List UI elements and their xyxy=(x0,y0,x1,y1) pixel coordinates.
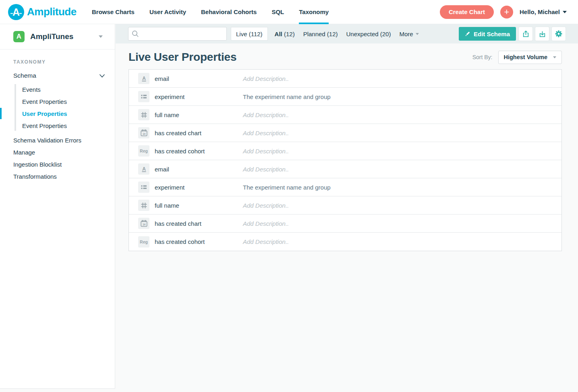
title-row: Live User Properties Sort By: Highest Vo… xyxy=(128,49,562,65)
tab-count: (20) xyxy=(379,31,391,37)
property-description[interactable]: The experiment name and group xyxy=(243,184,331,191)
property-name: full name xyxy=(155,202,243,209)
svg-text:Reg: Reg xyxy=(140,149,148,153)
export-button[interactable] xyxy=(519,27,532,41)
sidebar-section-label: TAXONOMY xyxy=(13,59,115,65)
edit-schema-button[interactable]: Edit Schema xyxy=(459,27,516,41)
amplitude-logo[interactable]: A Amplitude xyxy=(0,4,92,20)
add-button[interactable]: + xyxy=(500,6,513,19)
org-name: AmpliTunes xyxy=(30,32,99,41)
org-switcher[interactable]: A AmpliTunes xyxy=(0,24,115,50)
tab-live-label: Live xyxy=(236,31,247,37)
property-row-has-created-cohort[interactable]: Reghas created cohortAdd Description.. xyxy=(129,142,561,160)
nav-item-user-activity[interactable]: User Activity xyxy=(149,0,186,24)
tab-planned[interactable]: Planned (12) xyxy=(303,31,338,37)
page-title: Live User Properties xyxy=(128,51,236,64)
main-content: Live (112) All (12)Planned (12)Unexpecte… xyxy=(116,24,578,392)
sidebar: A AmpliTunes TAXONOMY Schema EventsEvent… xyxy=(0,24,115,389)
sort-by-select[interactable]: Highest Volume xyxy=(498,51,562,64)
tab-live-count: (112) xyxy=(249,31,263,37)
property-name: experiment xyxy=(155,93,243,100)
property-row-experiment[interactable]: experimentThe experiment name and group xyxy=(129,178,561,196)
list-type-icon xyxy=(138,91,149,102)
schema-tree: EventsEvent PropertiesUser PropertiesEve… xyxy=(0,82,115,134)
tab-live[interactable]: Live (112) xyxy=(231,27,268,41)
active-indicator xyxy=(0,108,2,119)
sidebar-item-schema-validation-errors[interactable]: Schema Validation Errors xyxy=(0,134,115,146)
svg-text:A: A xyxy=(142,166,146,171)
property-description[interactable]: Add Description.. xyxy=(243,75,289,82)
property-description[interactable]: Add Description.. xyxy=(243,148,289,155)
property-row-full-name[interactable]: full nameAdd Description.. xyxy=(129,196,561,215)
schema-label: Schema xyxy=(13,72,36,79)
user-menu[interactable]: Hello, Michael xyxy=(520,8,567,15)
brand-wordmark: Amplitude xyxy=(27,6,77,18)
sidebar-item-label: Event Properties xyxy=(22,122,67,129)
property-description[interactable]: Add Description.. xyxy=(243,130,289,136)
gear-icon xyxy=(555,30,563,38)
tab-unexpected[interactable]: Unexpected (20) xyxy=(346,31,391,37)
tab-all[interactable]: All (12) xyxy=(275,31,295,37)
property-description[interactable]: Add Description.. xyxy=(243,202,289,209)
property-description[interactable]: Add Description.. xyxy=(243,111,289,118)
search-input[interactable] xyxy=(128,27,227,41)
settings-button[interactable] xyxy=(552,27,566,41)
sidebar-item-schema[interactable]: Schema xyxy=(13,72,105,79)
property-row-email[interactable]: AemailAdd Description.. xyxy=(129,160,561,178)
search-box xyxy=(128,27,227,41)
property-row-email[interactable]: AemailAdd Description.. xyxy=(129,70,561,88)
nav-item-behavioral-cohorts[interactable]: Behavioral Cohorts xyxy=(201,0,257,24)
property-row-has-created-chart[interactable]: 14has created chartAdd Description.. xyxy=(129,215,561,233)
property-description[interactable]: Add Description.. xyxy=(243,220,289,227)
top-header: A Amplitude Browse ChartsUser ActivityBe… xyxy=(0,0,578,24)
calendar-type-icon: 14 xyxy=(138,218,149,229)
text-type-icon: A xyxy=(138,163,149,175)
svg-text:14: 14 xyxy=(142,132,145,135)
sidebar-item-events[interactable]: Events xyxy=(0,83,115,95)
sort-by: Sort By: Highest Volume xyxy=(472,51,562,64)
svg-text:14: 14 xyxy=(142,223,145,226)
sidebar-item-label: Events xyxy=(22,86,41,93)
property-name: full name xyxy=(155,111,243,118)
svg-text:A: A xyxy=(12,6,20,18)
property-name: has created cohort xyxy=(155,148,243,155)
property-row-has-created-cohort[interactable]: Reghas created cohortAdd Description.. xyxy=(129,233,561,251)
property-name: has created chart xyxy=(155,220,243,227)
chevron-down-icon xyxy=(563,11,567,13)
chevron-down-icon xyxy=(99,35,103,38)
user-properties-table: AemailAdd Description..experimentThe exp… xyxy=(128,69,562,251)
property-row-experiment[interactable]: experimentThe experiment name and group xyxy=(129,88,561,106)
sidebar-item-event-properties[interactable]: Event Properties xyxy=(0,120,115,132)
reg-type-icon: Reg xyxy=(138,145,149,157)
nav-item-sql[interactable]: SQL xyxy=(271,0,284,24)
svg-text:A: A xyxy=(142,75,146,81)
sidebar-item-label: User Properties xyxy=(22,110,67,117)
sidebar-item-user-properties[interactable]: User Properties xyxy=(0,107,115,120)
org-avatar: A xyxy=(13,31,25,42)
sidebar-item-manage[interactable]: Manage xyxy=(0,146,115,158)
property-description[interactable]: The experiment name and group xyxy=(243,93,331,100)
amplitude-logo-icon: A xyxy=(8,4,24,20)
toolbar: Live (112) All (12)Planned (12)Unexpecte… xyxy=(116,24,578,43)
nav-item-browse-charts[interactable]: Browse Charts xyxy=(92,0,135,24)
property-row-has-created-chart[interactable]: 14has created chartAdd Description.. xyxy=(129,124,561,142)
nav-item-taxonomy[interactable]: Taxonomy xyxy=(299,0,329,24)
tab-count: (12) xyxy=(325,31,338,37)
hash-type-icon xyxy=(138,200,149,211)
sidebar-item-ingestion-blocklist[interactable]: Ingestion Blocklist xyxy=(0,158,115,170)
sidebar-item-transformations[interactable]: Transformations xyxy=(0,170,115,182)
tab-more[interactable]: More xyxy=(399,31,418,37)
edit-schema-label: Edit Schema xyxy=(474,31,510,37)
create-chart-button[interactable]: Create Chart xyxy=(440,5,494,19)
property-description[interactable]: Add Description.. xyxy=(243,238,289,245)
tab-label: All xyxy=(275,31,282,37)
header-actions: Create Chart + Hello, Michael xyxy=(440,5,578,19)
property-row-full-name[interactable]: full nameAdd Description.. xyxy=(129,106,561,124)
sidebar-item-label: Event Properties xyxy=(22,98,67,105)
chevron-down-icon xyxy=(553,56,556,58)
property-name: has created chart xyxy=(155,130,243,136)
import-button[interactable] xyxy=(535,27,549,41)
tab-label: Planned xyxy=(303,31,325,37)
property-description[interactable]: Add Description.. xyxy=(243,166,289,173)
sidebar-item-event-properties[interactable]: Event Properties xyxy=(0,95,115,107)
